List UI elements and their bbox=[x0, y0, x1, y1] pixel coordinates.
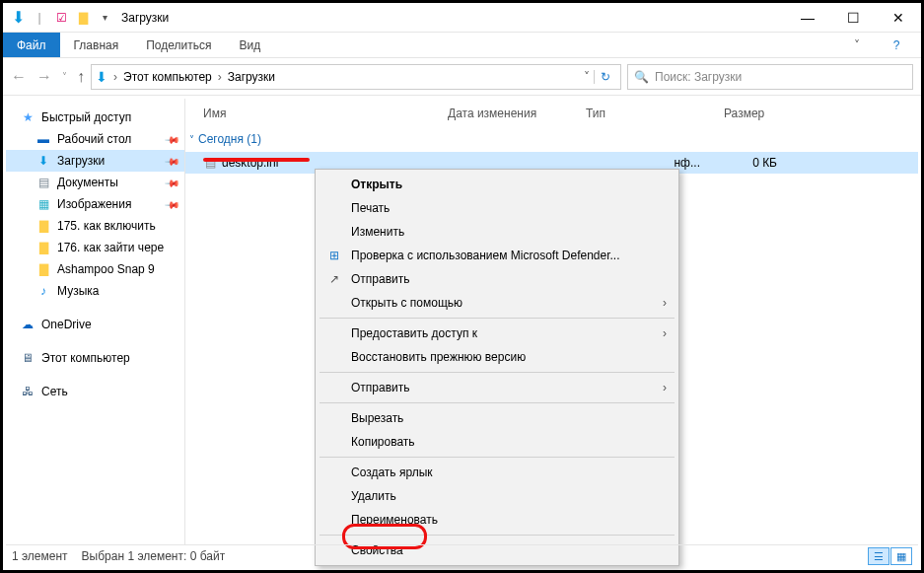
sidebar-network[interactable]: 🖧 Сеть bbox=[6, 381, 184, 402]
search-icon: 🔍 bbox=[634, 70, 649, 84]
navigation-pane: ★ Быстрый доступ ▬ Рабочий стол 📌 ⬇ Загр… bbox=[6, 99, 185, 544]
address-icon: ⬇ bbox=[96, 69, 107, 85]
menu-share[interactable]: ↗ Отправить bbox=[318, 267, 676, 291]
quick-access-toolbar: ⬇ | ☑ ▇ ▾ bbox=[9, 9, 113, 27]
window-controls: — ☐ ✕ bbox=[785, 3, 921, 33]
sidebar-item-pictures[interactable]: ▦ Изображения 📌 bbox=[6, 193, 184, 215]
menu-cut[interactable]: Вырезать bbox=[318, 406, 676, 430]
ribbon-help-icon[interactable]: ? bbox=[872, 33, 921, 57]
sidebar-item-folder[interactable]: ▇ Ashampoo Snap 9 bbox=[6, 258, 184, 280]
menu-defender[interactable]: ⊞ Проверка с использованием Microsoft De… bbox=[318, 244, 676, 267]
breadcrumb-sep-icon: › bbox=[113, 70, 117, 84]
sidebar-label: Этот компьютер bbox=[41, 351, 130, 365]
menu-print[interactable]: Печать bbox=[318, 196, 676, 220]
qat-separator: | bbox=[31, 9, 48, 27]
column-date[interactable]: Дата изменения bbox=[448, 107, 586, 120]
thumbnails-view-button[interactable]: ▦ bbox=[890, 547, 912, 565]
qat-dropdown-icon[interactable]: ▾ bbox=[96, 9, 113, 27]
breadcrumb-sep-icon: › bbox=[218, 70, 222, 84]
cloud-icon: ☁ bbox=[20, 318, 36, 331]
maximize-button[interactable]: ☐ bbox=[830, 3, 876, 33]
window-title: Загрузки bbox=[121, 11, 169, 25]
shield-icon: ⊞ bbox=[325, 249, 343, 262]
pc-icon: 🖥 bbox=[20, 351, 36, 365]
sidebar-onedrive[interactable]: ☁ OneDrive bbox=[6, 314, 184, 335]
breadcrumb-current[interactable]: Загрузки bbox=[228, 70, 275, 84]
qat-newfolder-icon[interactable]: ▇ bbox=[74, 9, 92, 27]
file-tab[interactable]: Файл bbox=[3, 33, 60, 57]
sidebar-label: Быстрый доступ bbox=[41, 110, 131, 124]
menu-restore-previous[interactable]: Восстановить прежнюю версию bbox=[318, 345, 676, 369]
sidebar-item-label: Загрузки bbox=[57, 154, 105, 168]
tab-view[interactable]: Вид bbox=[225, 33, 274, 57]
sidebar-label: Сеть bbox=[41, 385, 68, 398]
tab-home[interactable]: Главная bbox=[60, 33, 133, 57]
menu-rename[interactable]: Переименовать bbox=[318, 508, 676, 532]
group-label: Сегодня (1) bbox=[198, 132, 261, 146]
column-type[interactable]: Тип bbox=[586, 107, 724, 120]
search-box[interactable]: 🔍 Поиск: Загрузки bbox=[627, 64, 913, 90]
folder-icon: ▇ bbox=[36, 262, 51, 276]
status-count: 1 элемент bbox=[12, 549, 68, 563]
pin-icon: 📌 bbox=[165, 175, 180, 190]
address-dropdown-icon[interactable]: ˅ bbox=[580, 70, 594, 84]
group-header[interactable]: ˅ Сегодня (1) bbox=[185, 128, 918, 152]
column-headers: Имя Дата изменения Тип Размер bbox=[185, 99, 918, 128]
menu-open[interactable]: Открыть bbox=[318, 173, 676, 196]
sidebar-item-downloads[interactable]: ⬇ Загрузки 📌 bbox=[6, 150, 184, 172]
sidebar-label: OneDrive bbox=[41, 318, 92, 331]
nav-up-button[interactable]: ↑ bbox=[77, 68, 85, 86]
address-bar[interactable]: ⬇ › Этот компьютер › Загрузки ˅ ↻ bbox=[91, 64, 621, 90]
view-switcher: ☰ ▦ bbox=[868, 547, 912, 565]
menu-openwith[interactable]: Открыть с помощью › bbox=[318, 291, 676, 315]
network-icon: 🖧 bbox=[20, 385, 36, 398]
pin-icon: 📌 bbox=[165, 196, 180, 212]
sidebar-thispc[interactable]: 🖥 Этот компьютер bbox=[6, 347, 184, 369]
menu-create-shortcut[interactable]: Создать ярлык bbox=[318, 461, 676, 484]
submenu-arrow-icon: › bbox=[663, 296, 667, 310]
folder-icon: ▇ bbox=[36, 241, 51, 254]
menu-copy[interactable]: Копировать bbox=[318, 430, 676, 454]
title-bar: ⬇ | ☑ ▇ ▾ Загрузки — ☐ ✕ bbox=[3, 3, 921, 33]
sidebar-item-label: Ashampoo Snap 9 bbox=[57, 262, 155, 276]
tab-share[interactable]: Поделиться bbox=[132, 33, 225, 57]
sidebar-item-music[interactable]: ♪ Музыка bbox=[6, 280, 184, 302]
sidebar-quickaccess[interactable]: ★ Быстрый доступ bbox=[6, 107, 184, 128]
sidebar-item-documents[interactable]: ▤ Документы 📌 bbox=[6, 172, 184, 193]
status-selection: Выбран 1 элемент: 0 байт bbox=[82, 549, 226, 563]
menu-sendto[interactable]: Отправить › bbox=[318, 376, 676, 399]
file-type: нф... bbox=[568, 156, 706, 170]
sidebar-item-label: 176. как зайти чере bbox=[57, 241, 164, 254]
nav-recent-dropdown[interactable]: ˅ bbox=[62, 71, 67, 82]
details-view-button[interactable]: ☰ bbox=[868, 547, 889, 565]
file-size: 0 КБ bbox=[706, 156, 795, 170]
annotation-underline bbox=[203, 158, 310, 162]
column-name[interactable]: Имя bbox=[203, 107, 448, 120]
submenu-arrow-icon: › bbox=[663, 326, 667, 340]
sidebar-item-label: Музыка bbox=[57, 284, 99, 298]
documents-icon: ▤ bbox=[36, 176, 51, 189]
minimize-button[interactable]: — bbox=[785, 3, 830, 33]
nav-back-button[interactable]: ← bbox=[11, 68, 27, 86]
ribbon-expand-icon[interactable]: ˅ bbox=[842, 33, 872, 57]
sidebar-item-label: Рабочий стол bbox=[57, 132, 131, 146]
refresh-button[interactable]: ↻ bbox=[594, 70, 616, 84]
column-size[interactable]: Размер bbox=[724, 107, 813, 120]
close-button[interactable]: ✕ bbox=[876, 3, 921, 33]
pictures-icon: ▦ bbox=[36, 197, 51, 211]
navigation-bar: ← → ˅ ↑ ⬇ › Этот компьютер › Загрузки ˅ … bbox=[3, 58, 921, 96]
sidebar-item-label: Документы bbox=[57, 176, 118, 189]
breadcrumb-root[interactable]: Этот компьютер bbox=[123, 70, 212, 84]
sidebar-item-desktop[interactable]: ▬ Рабочий стол 📌 bbox=[6, 128, 184, 150]
menu-edit[interactable]: Изменить bbox=[318, 220, 676, 244]
menu-delete[interactable]: Удалить bbox=[318, 484, 676, 508]
nav-forward-button[interactable]: → bbox=[36, 68, 52, 86]
sidebar-item-folder[interactable]: ▇ 175. как включить bbox=[6, 215, 184, 237]
menu-giveaccess[interactable]: Предоставить доступ к › bbox=[318, 322, 676, 345]
sidebar-item-folder[interactable]: ▇ 176. как зайти чере bbox=[6, 237, 184, 258]
search-placeholder: Поиск: Загрузки bbox=[655, 70, 742, 84]
sidebar-item-label: Изображения bbox=[57, 197, 131, 211]
context-menu: Открыть Печать Изменить ⊞ Проверка с исп… bbox=[315, 169, 679, 566]
downloads-icon: ⬇ bbox=[36, 154, 51, 168]
qat-properties-icon[interactable]: ☑ bbox=[52, 9, 70, 27]
